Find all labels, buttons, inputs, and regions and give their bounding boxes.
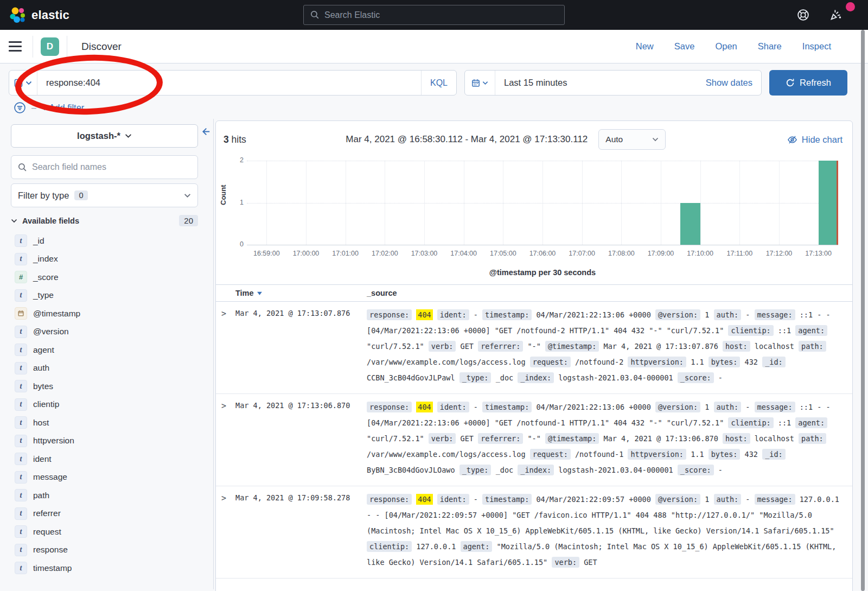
field-item-bytes[interactable]: tbytes bbox=[11, 377, 198, 396]
inspect-button[interactable]: Inspect bbox=[802, 41, 831, 52]
field-badge: bytes: bbox=[709, 449, 741, 460]
x-tick-label: 17:09:00 bbox=[648, 250, 674, 257]
field-name: auth bbox=[33, 363, 49, 373]
hide-chart-button[interactable]: Hide chart bbox=[787, 135, 843, 145]
chevron-down-icon bbox=[125, 134, 132, 138]
global-search-input[interactable] bbox=[324, 10, 558, 20]
field-badge: agent: bbox=[795, 417, 827, 428]
field-item-@version[interactable]: t@version bbox=[11, 323, 198, 341]
field-badge: message: bbox=[755, 494, 795, 505]
string-field-icon: t bbox=[15, 544, 27, 556]
field-badge: referrer: bbox=[478, 433, 523, 444]
field-value: 1.1 bbox=[691, 358, 704, 366]
global-search[interactable] bbox=[303, 5, 565, 25]
time-range-value[interactable]: Last 15 minutes bbox=[495, 78, 697, 88]
available-fields-header[interactable]: Available fields 20 bbox=[11, 215, 198, 226]
field-item-ident[interactable]: tident bbox=[11, 450, 198, 468]
discover-app-badge[interactable]: D bbox=[41, 37, 59, 56]
expand-row-icon[interactable]: > bbox=[221, 307, 235, 386]
field-item-_id[interactable]: t_id bbox=[11, 232, 198, 250]
string-field-icon: t bbox=[15, 234, 27, 247]
field-item-host[interactable]: thost bbox=[11, 414, 198, 432]
time-column-header[interactable]: Time bbox=[221, 289, 367, 297]
row-source: response: 404 ident: - timestamp: 04/Mar… bbox=[367, 307, 844, 386]
y-tick-label: 2 bbox=[233, 156, 244, 164]
field-item-path[interactable]: tpath bbox=[11, 486, 198, 505]
field-item-_type[interactable]: t_type bbox=[11, 287, 198, 305]
new-button[interactable]: New bbox=[636, 41, 654, 52]
field-value: /notfound-2 bbox=[575, 358, 623, 366]
x-axis-label: @timestamp per 30 seconds bbox=[247, 266, 838, 284]
histogram-bar-17:09:30[interactable] bbox=[680, 203, 700, 245]
menu-icon[interactable] bbox=[9, 39, 25, 54]
field-badge: _id: bbox=[762, 357, 786, 367]
field-badge: message: bbox=[755, 402, 795, 412]
field-search-box bbox=[11, 155, 198, 179]
field-item-response[interactable]: tresponse bbox=[11, 541, 198, 560]
field-item-timestamp[interactable]: ttimestamp bbox=[11, 559, 198, 577]
query-language-button[interactable]: KQL bbox=[421, 71, 456, 95]
collapse-sidebar-icon[interactable] bbox=[200, 126, 210, 139]
x-tick-label: 17:02:00 bbox=[372, 250, 398, 257]
field-item-referrer[interactable]: treferrer bbox=[11, 505, 198, 523]
saved-query-menu-button[interactable] bbox=[9, 71, 37, 95]
number-field-icon: # bbox=[15, 271, 27, 283]
field-value: 1.1 bbox=[691, 450, 704, 459]
scrollbar[interactable] bbox=[861, 30, 865, 591]
x-tick-label: 17:12:00 bbox=[766, 250, 793, 257]
index-pattern-select[interactable]: logstash-* bbox=[11, 124, 198, 148]
share-button[interactable]: Share bbox=[758, 41, 782, 52]
query-section: KQL Last 15 minutes Show dates bbox=[0, 63, 868, 119]
x-tick-label: 17:13:00 bbox=[805, 250, 832, 257]
x-tick-label: 17:00:00 bbox=[293, 250, 320, 257]
show-dates-button[interactable]: Show dates bbox=[697, 78, 761, 88]
hits-header: 3 hits Mar 4, 2021 @ 16:58:30.112 - Mar … bbox=[216, 121, 852, 153]
filter-list-icon[interactable] bbox=[14, 101, 26, 114]
expand-row-icon[interactable]: > bbox=[221, 399, 235, 478]
open-button[interactable]: Open bbox=[715, 41, 737, 52]
field-item-auth[interactable]: tauth bbox=[11, 359, 198, 378]
global-header: elastic bbox=[0, 0, 868, 30]
x-tick-label: 17:06:00 bbox=[529, 250, 556, 257]
filter-by-type-select[interactable]: Filter by type 0 bbox=[11, 183, 198, 207]
field-name: @timestamp bbox=[33, 309, 80, 319]
field-item-agent[interactable]: tagent bbox=[11, 341, 198, 359]
field-badge: httpversion: bbox=[628, 357, 686, 367]
field-item-clientip[interactable]: tclientip bbox=[11, 396, 198, 414]
field-item-message[interactable]: tmessage bbox=[11, 468, 198, 487]
add-filter-button[interactable]: + Add filter bbox=[42, 103, 84, 113]
elastic-logo-icon bbox=[10, 7, 26, 23]
news-feed-icon[interactable] bbox=[828, 8, 843, 22]
field-name: _id bbox=[33, 236, 44, 246]
chevron-down-icon bbox=[11, 219, 17, 223]
field-badge: verb: bbox=[552, 557, 579, 568]
notification-badge bbox=[846, 2, 855, 11]
field-item-@timestamp[interactable]: @timestamp bbox=[11, 304, 198, 323]
elastic-brand[interactable]: elastic bbox=[10, 7, 69, 23]
field-name: _type bbox=[33, 290, 54, 300]
query-input[interactable] bbox=[37, 78, 421, 88]
field-item-request[interactable]: trequest bbox=[11, 523, 198, 541]
field-badge: _type: bbox=[459, 372, 492, 383]
field-item-_index[interactable]: t_index bbox=[11, 250, 198, 269]
page-title: Discover bbox=[81, 41, 122, 53]
string-field-icon: t bbox=[15, 453, 27, 465]
string-field-icon: t bbox=[15, 362, 27, 374]
refresh-button[interactable]: Refresh bbox=[769, 70, 847, 96]
save-button[interactable]: Save bbox=[674, 41, 695, 52]
string-field-icon: t bbox=[15, 326, 27, 338]
field-search-input[interactable] bbox=[32, 162, 191, 172]
help-icon[interactable] bbox=[796, 8, 810, 22]
field-badge: _type: bbox=[459, 465, 492, 475]
date-quick-select-button[interactable] bbox=[465, 71, 495, 95]
y-tick-label: 1 bbox=[233, 199, 244, 206]
expand-row-icon[interactable]: > bbox=[221, 492, 235, 570]
field-item-httpversion[interactable]: thttpversion bbox=[11, 432, 198, 450]
field-name: _index bbox=[33, 254, 58, 264]
highlighted-value: 404 bbox=[416, 494, 432, 505]
histogram-bar-17:13:00[interactable] bbox=[819, 161, 838, 245]
interval-select[interactable]: Auto bbox=[598, 129, 666, 150]
field-value: /var/www/example.com/logs/access.log bbox=[367, 450, 526, 459]
field-item-_score[interactable]: #_score bbox=[11, 268, 198, 287]
x-tick-label: 17:05:00 bbox=[490, 250, 516, 257]
